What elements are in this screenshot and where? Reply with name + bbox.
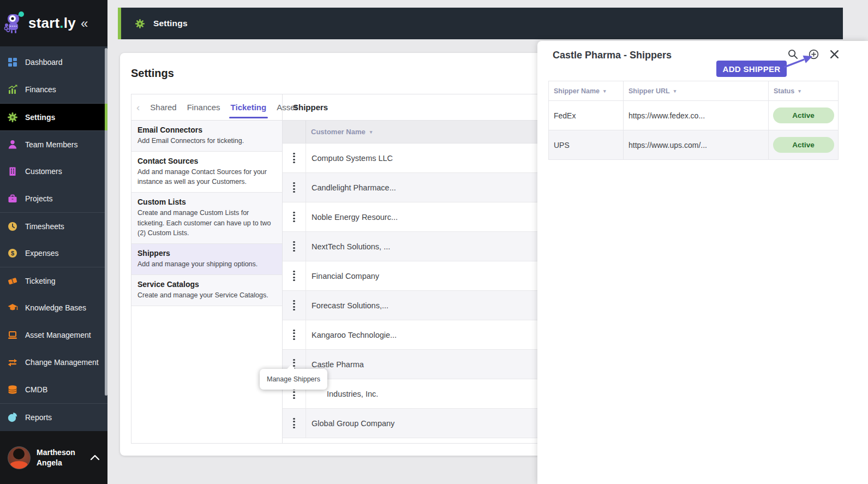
sidebar-item-icon: [7, 330, 18, 340]
sidebar-scrollbar[interactable]: [105, 48, 107, 396]
sidebar-item[interactable]: Expenses: [0, 240, 107, 267]
sort-icon[interactable]: ▾: [603, 88, 606, 94]
sidebar-item-icon: [7, 84, 18, 95]
page-title: Settings: [131, 67, 174, 80]
sidebar-item[interactable]: Team Members: [0, 130, 107, 158]
sidebar-item-label: Expenses: [25, 249, 58, 258]
settings-item-title: Contact Sources: [137, 157, 274, 165]
settings-item-title: Shippers: [137, 249, 274, 258]
sidebar-item[interactable]: Dashboard: [0, 49, 107, 76]
settings-item-description: Add Email Connectors for ticketing.: [137, 136, 274, 146]
sidebar-item[interactable]: Change Management: [0, 349, 107, 376]
shippers-table-header: Shipper Name ▾ Shipper URL ▾ Status ▾: [549, 81, 838, 101]
row-menu-button[interactable]: [283, 144, 306, 172]
sidebar-item[interactable]: CMDB: [0, 376, 107, 403]
shippers-panel: Castle Pharma - Shippers ADD SHIPPER: [537, 41, 868, 484]
sidebar-item-label: Dashboard: [25, 58, 63, 67]
sidebar-item-icon: [7, 276, 18, 286]
customer-name: Forecastr Solutions,...: [306, 291, 388, 320]
settings-tab[interactable]: Shared: [150, 94, 176, 120]
shipper-url: https://www.fedex.co...: [624, 101, 769, 130]
settings-item-title: Email Connectors: [137, 126, 274, 134]
sidebar-item-label: Customers: [25, 167, 62, 176]
sidebar-item-icon: [7, 412, 18, 423]
settings-tab[interactable]: Ticketing: [231, 94, 267, 120]
panel-title: Castle Pharma - Shippers: [553, 50, 672, 61]
sidebar-item[interactable]: Ticketing: [0, 267, 107, 294]
sidebar-item[interactable]: Customers: [0, 158, 107, 185]
sidebar-item[interactable]: Settings: [0, 103, 107, 130]
sidebar-item-label: Finances: [25, 85, 56, 94]
manage-shippers-tooltip: Manage Shippers: [260, 369, 327, 390]
customer-name: NextTech Solutions, ...: [306, 232, 390, 261]
customer-name-header-label: Customer Name: [311, 128, 366, 136]
sidebar-item-icon: [7, 221, 18, 232]
user-name: Martheson Angela: [37, 447, 75, 468]
sidebar-item[interactable]: Reports: [0, 403, 107, 431]
sidebar-item-icon: [7, 248, 18, 259]
robot-mascot-icon: [3, 10, 27, 37]
sort-icon[interactable]: ▾: [674, 88, 677, 94]
sidebar-item-icon: [7, 139, 18, 150]
customer-name-column-header[interactable]: Customer Name ▾: [306, 121, 372, 143]
sidebar: start.ly « Dashboard Finances Settings: [0, 0, 107, 484]
sidebar-item[interactable]: Finances: [0, 76, 107, 103]
settings-list-item[interactable]: Contact Sources Add and manage Contact S…: [131, 152, 282, 193]
status-column-header[interactable]: Status ▾: [769, 81, 838, 100]
shipper-row[interactable]: FedEx https://www.fedex.co... Active: [549, 101, 838, 130]
settings-item-description: Add and manage your shipping options.: [137, 259, 274, 269]
collapse-sidebar-icon[interactable]: «: [81, 17, 88, 30]
app-root: Settings Settings ‹ Shared Finances Tick…: [0, 0, 868, 484]
settings-tab-bar: ‹ Shared Finances Ticketing Asset ›: [131, 94, 282, 121]
shipper-name-column-header[interactable]: Shipper Name ▾: [549, 81, 624, 100]
chevron-up-icon[interactable]: [90, 455, 100, 461]
header-accent-stripe: [118, 8, 121, 39]
settings-list-item[interactable]: Email Connectors Add Email Connectors fo…: [131, 121, 282, 152]
row-menu-button[interactable]: [283, 232, 306, 261]
app-logo: start.ly «: [0, 0, 107, 46]
shipper-status-cell: Active: [769, 130, 838, 159]
sidebar-item[interactable]: Projects: [0, 185, 107, 212]
sidebar-item-label: Knowledge Bases: [25, 303, 86, 312]
status-badge: Active: [773, 107, 834, 123]
sort-icon[interactable]: ▾: [370, 129, 373, 135]
row-menu-column-header: [283, 121, 306, 143]
shipper-url-column-header[interactable]: Shipper URL ▾: [624, 81, 769, 100]
user-menu[interactable]: Martheson Angela: [0, 431, 107, 484]
sidebar-item-label: Projects: [25, 194, 53, 203]
settings-list-item[interactable]: Shippers Add and manage your shipping op…: [131, 244, 282, 275]
row-menu-button[interactable]: [283, 173, 306, 202]
sidebar-item[interactable]: Timesheets: [0, 212, 107, 240]
settings-list-item[interactable]: Service Catalogs Create and manage your …: [131, 275, 282, 306]
close-icon[interactable]: [829, 49, 840, 59]
sidebar-item-label: Ticketing: [25, 277, 56, 285]
customer-name: Candlelight Pharmace...: [306, 173, 396, 202]
shipper-row[interactable]: UPS https://www.ups.com/... Active: [549, 130, 838, 160]
settings-item-description: Create and manage your Service Catalogs.: [137, 290, 274, 300]
sidebar-item[interactable]: Knowledge Bases: [0, 294, 107, 321]
shippers-table: Shipper Name ▾ Shipper URL ▾ Status ▾ Fe…: [548, 81, 839, 160]
settings-item-description: Create and manage Custom Lists for ticke…: [137, 208, 274, 237]
row-menu-button[interactable]: [283, 202, 306, 231]
settings-tab[interactable]: Finances: [187, 94, 220, 120]
row-menu-button[interactable]: [283, 261, 306, 290]
sidebar-item-icon: [7, 357, 18, 368]
row-menu-button[interactable]: [283, 409, 306, 438]
sidebar-item[interactable]: Asset Management: [0, 321, 107, 349]
sidebar-item-icon: [7, 384, 18, 395]
sort-icon[interactable]: ▾: [798, 88, 801, 94]
app-name: start.ly: [28, 15, 76, 32]
shipper-url-header-label: Shipper URL: [628, 87, 670, 95]
shipper-name: FedEx: [549, 101, 624, 130]
shipper-url: https://www.ups.com/...: [624, 130, 769, 159]
add-shipper-callout: ADD SHIPPER: [716, 61, 787, 77]
row-menu-button[interactable]: [283, 320, 306, 349]
sidebar-item-label: Team Members: [25, 140, 77, 149]
settings-list-item[interactable]: Custom Lists Create and manage Custom Li…: [131, 193, 282, 243]
row-menu-button[interactable]: [283, 291, 306, 320]
avatar: [8, 446, 31, 469]
customer-name: Financial Company: [306, 261, 379, 290]
customer-name: Kangaroo Technologie...: [306, 320, 397, 349]
tab-scroll-left-icon[interactable]: ‹: [136, 102, 140, 112]
page-header: Settings: [121, 8, 843, 39]
